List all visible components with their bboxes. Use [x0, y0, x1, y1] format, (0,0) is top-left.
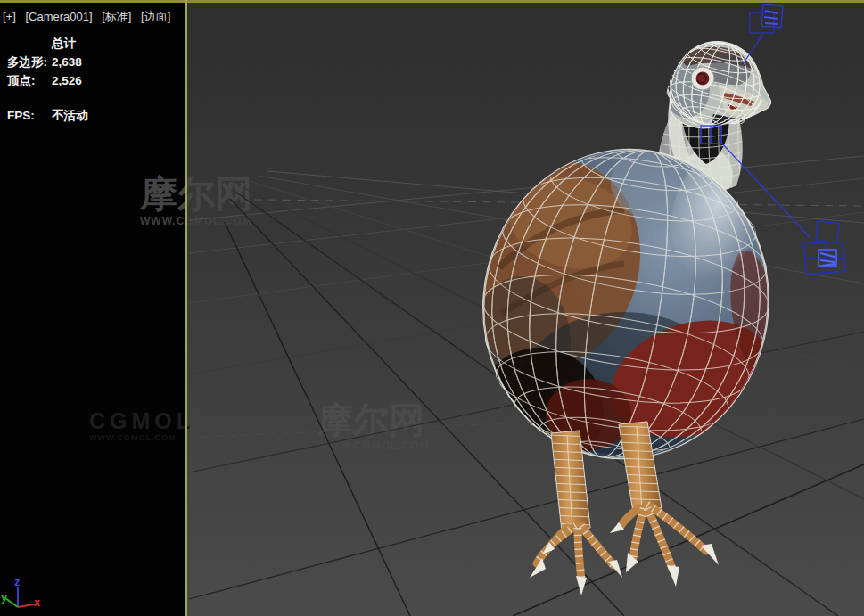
stats-title: 总计	[52, 34, 76, 53]
helper-side-gizmo[interactable]	[804, 221, 845, 275]
3dsmax-camera-viewport[interactable]: 摩尔网 WWW.CGMOL.COM CGMOL WWW.CGMOL.COM 摩尔…	[0, 0, 864, 616]
viewport-menu: [+] [Camera001] [标准] [边面]	[3, 9, 177, 25]
stats-polygons-row: 多边形: 2,638	[7, 53, 88, 71]
viewport-menu-edged-faces[interactable]: [边面]	[141, 10, 170, 23]
viewport-menu-pov-camera[interactable]: [Camera001]	[25, 10, 92, 23]
polygons-value: 2,638	[52, 53, 82, 71]
polygons-label: 多边形:	[7, 53, 52, 71]
axis-x-label: x	[34, 595, 41, 609]
viewport-menu-general[interactable]: [+]	[3, 10, 16, 23]
vertices-value: 2,526	[52, 71, 82, 90]
bird-wireframe-model[interactable]	[435, 4, 845, 595]
fps-value: 不活动	[52, 106, 88, 125]
axis-z-label: z	[14, 575, 21, 588]
stats-vertices-row: 顶点: 2,526	[7, 71, 88, 90]
statistics-overlay: 总计 多边形: 2,638 顶点: 2,526 FPS: 不活动	[7, 34, 88, 125]
stats-fps-row: FPS: 不活动	[7, 106, 88, 125]
stats-title-row: 总计	[7, 34, 88, 53]
bird-eye	[691, 67, 714, 90]
world-axis-gizmo: z x y	[1, 575, 41, 609]
vertices-label: 顶点:	[7, 71, 52, 90]
scene-canvas[interactable]: z x y	[0, 0, 864, 616]
helper-head-bone[interactable]	[743, 4, 783, 64]
active-viewport-border-top	[0, 0, 864, 3]
bird-feet	[530, 505, 719, 595]
viewport-menu-shading[interactable]: [标准]	[102, 10, 131, 23]
axis-y-label: y	[1, 590, 8, 604]
camera-frame-border	[185, 0, 187, 616]
fps-label: FPS:	[7, 106, 52, 125]
